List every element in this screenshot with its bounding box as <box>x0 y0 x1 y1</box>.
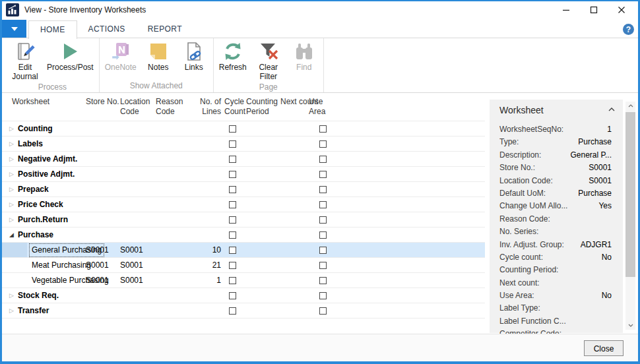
scrollbar-thumb[interactable] <box>625 112 635 277</box>
worksheet-group-name[interactable]: Positive Adjmt. <box>18 167 75 181</box>
worksheet-group-name[interactable]: Transfer <box>18 303 49 318</box>
expand-triangle-icon[interactable]: ▷ <box>9 121 14 136</box>
worksheet-group-name[interactable]: Labels <box>18 136 43 151</box>
use-area-checkbox[interactable] <box>319 216 327 224</box>
expand-triangle-icon[interactable]: ▷ <box>9 136 14 151</box>
cycle-count-checkbox[interactable] <box>229 125 236 133</box>
column-header-no-of-lines[interactable]: No. of Lines <box>185 97 221 117</box>
tab-actions[interactable]: ACTIONS <box>77 20 137 38</box>
factbox-header[interactable]: Worksheet <box>490 100 623 119</box>
expand-triangle-icon[interactable]: ▷ <box>9 212 14 227</box>
table-row[interactable]: ▷Price Check <box>2 197 485 212</box>
use-area-checkbox[interactable] <box>319 171 327 178</box>
worksheet-group-name[interactable]: Purch.Return <box>18 212 68 227</box>
cycle-count-checkbox[interactable] <box>229 231 236 239</box>
cycle-count-checkbox[interactable] <box>229 201 236 208</box>
use-area-checkbox[interactable] <box>319 156 327 163</box>
store-no-cell[interactable]: S0001 <box>86 243 109 257</box>
cycle-count-checkbox[interactable] <box>229 171 236 178</box>
table-row[interactable]: ▷Transfer <box>2 303 485 318</box>
edit-journal-button[interactable]: Edit Journal <box>11 41 39 82</box>
column-header-worksheet[interactable]: Worksheet <box>12 97 49 107</box>
expand-triangle-icon[interactable]: ▷ <box>9 288 14 303</box>
worksheet-group-name[interactable]: Stock Req. <box>18 288 59 303</box>
cycle-count-checkbox[interactable] <box>229 156 236 163</box>
cycle-count-checkbox[interactable] <box>229 247 236 254</box>
cycle-count-checkbox[interactable] <box>229 262 236 269</box>
notes-button[interactable]: Notes <box>144 41 172 72</box>
worksheet-group-name[interactable]: Price Check <box>18 197 63 212</box>
table-row[interactable]: General PurchasingS0001S000110 <box>2 243 485 258</box>
cycle-count-checkbox[interactable] <box>229 186 236 193</box>
no-of-lines-cell[interactable]: 1 <box>179 273 221 288</box>
tab-home[interactable]: HOME <box>28 20 77 39</box>
table-row[interactable]: ◢Purchase <box>2 228 485 243</box>
expand-triangle-icon[interactable]: ▷ <box>9 197 14 212</box>
column-header-counting-period[interactable]: Counting Period <box>246 97 278 117</box>
expand-triangle-icon[interactable]: ▷ <box>9 303 14 318</box>
minimize-button[interactable] <box>552 1 580 18</box>
use-area-checkbox[interactable] <box>319 277 327 284</box>
worksheet-group-name[interactable]: Counting <box>18 121 53 136</box>
scroll-down-button[interactable] <box>625 321 635 330</box>
store-no-cell[interactable]: S0001 <box>86 273 109 288</box>
use-area-checkbox[interactable] <box>319 307 327 315</box>
use-area-checkbox[interactable] <box>319 292 327 299</box>
table-row[interactable]: ▷Purch.Return <box>2 212 485 228</box>
field-value: S0001 <box>589 175 612 187</box>
location-code-cell[interactable]: S0001 <box>120 273 143 288</box>
maximize-button[interactable] <box>580 1 608 18</box>
table-row[interactable]: ▷Counting <box>2 121 485 136</box>
use-area-checkbox[interactable] <box>319 247 327 254</box>
use-area-checkbox[interactable] <box>319 186 327 193</box>
clear-filter-button[interactable]: Clear Filter <box>255 41 282 82</box>
onenote-button[interactable]: OneNote <box>105 41 137 72</box>
worksheet-group-name[interactable]: Prepack <box>18 182 49 197</box>
use-area-checkbox[interactable] <box>319 231 327 239</box>
worksheet-group-name[interactable]: Negative Adjmt. <box>18 152 77 166</box>
column-header-cycle-count[interactable]: Cycle Count <box>224 97 245 117</box>
table-row[interactable]: ▷Labels <box>2 136 485 152</box>
expand-triangle-icon[interactable]: ▷ <box>9 182 14 197</box>
table-row[interactable]: ▷Positive Adjmt. <box>2 167 485 182</box>
close-button[interactable]: Close <box>584 340 624 356</box>
find-button[interactable]: Find <box>290 41 318 72</box>
no-of-lines-cell[interactable]: 10 <box>179 243 221 257</box>
process-post-button[interactable]: Process/Post <box>47 41 94 72</box>
use-area-checkbox[interactable] <box>319 262 327 269</box>
application-menu-button[interactable] <box>2 20 26 38</box>
expand-triangle-icon[interactable]: ▷ <box>9 152 14 166</box>
column-header-store-no[interactable]: Store No. <box>86 97 119 107</box>
cycle-count-checkbox[interactable] <box>229 140 236 148</box>
worksheet-name-cell[interactable]: Meat Purchasing <box>30 259 93 272</box>
use-area-checkbox[interactable] <box>319 140 327 148</box>
refresh-button[interactable]: Refresh <box>219 41 247 72</box>
cycle-count-checkbox[interactable] <box>229 292 236 299</box>
column-header-use-area[interactable]: Use Area <box>309 97 325 117</box>
use-area-checkbox[interactable] <box>319 201 327 208</box>
use-area-checkbox[interactable] <box>319 125 327 133</box>
table-row[interactable]: ▷Stock Req. <box>2 288 485 303</box>
column-header-location-code[interactable]: Location Code <box>120 97 150 117</box>
table-row[interactable]: Vegetable PurchasingS0001S00011 <box>2 273 485 288</box>
cycle-count-checkbox[interactable] <box>229 216 236 224</box>
collapse-triangle-icon[interactable]: ◢ <box>9 228 14 242</box>
no-of-lines-cell[interactable]: 21 <box>179 258 221 272</box>
store-no-cell[interactable]: S0001 <box>86 258 109 272</box>
help-button[interactable]: ? <box>623 24 634 35</box>
column-header-reason-code[interactable]: Reason Code <box>156 97 183 117</box>
tab-report[interactable]: REPORT <box>137 20 193 38</box>
table-row[interactable]: Meat PurchasingS0001S000121 <box>2 258 485 273</box>
table-row[interactable]: ▷Negative Adjmt. <box>2 152 485 167</box>
links-button[interactable]: Links <box>180 41 208 72</box>
worksheet-group-name[interactable]: Purchase <box>18 228 53 242</box>
factbox-scrollbar[interactable] <box>625 102 635 330</box>
location-code-cell[interactable]: S0001 <box>120 243 143 257</box>
cycle-count-checkbox[interactable] <box>229 277 236 284</box>
table-row[interactable]: ▷Prepack <box>2 182 485 197</box>
scroll-up-button[interactable] <box>625 102 635 110</box>
close-window-button[interactable] <box>608 1 635 18</box>
expand-triangle-icon[interactable]: ▷ <box>9 167 14 181</box>
location-code-cell[interactable]: S0001 <box>120 258 143 272</box>
cycle-count-checkbox[interactable] <box>229 307 236 315</box>
